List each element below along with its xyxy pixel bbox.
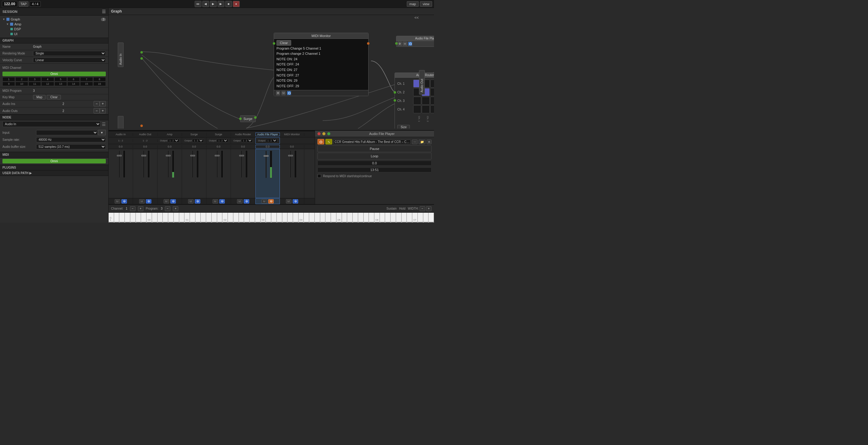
white-key-21[interactable]	[217, 213, 223, 222]
input-select[interactable]	[36, 130, 98, 135]
white-key-44[interactable]	[342, 213, 347, 222]
back-arrows[interactable]: <<	[414, 16, 419, 20]
white-key-1[interactable]: C-1	[108, 213, 114, 222]
channel-increment[interactable]: +	[138, 206, 144, 211]
router-cell-1-3[interactable]	[430, 80, 434, 88]
mute-midi-monitor[interactable]: M	[286, 199, 291, 204]
midi-monitor-in-port[interactable]	[273, 42, 275, 45]
white-key-37[interactable]	[304, 213, 309, 222]
user-data-toggle[interactable]: ▶	[29, 171, 32, 175]
program-decrement[interactable]: −	[165, 206, 170, 211]
width-increment[interactable]: +	[426, 206, 432, 211]
white-key-38[interactable]	[309, 213, 315, 222]
mute-router[interactable]: M	[237, 199, 243, 204]
white-key-26[interactable]	[244, 213, 250, 222]
white-key-13[interactable]	[174, 213, 179, 222]
white-key-7[interactable]	[141, 213, 147, 222]
midi-in-node[interactable]: MIDI In	[118, 116, 124, 128]
ch-4[interactable]: 4	[41, 77, 54, 81]
fader-thumb-7[interactable]	[264, 155, 269, 157]
view-button[interactable]: view	[420, 1, 432, 7]
white-key-47[interactable]	[358, 213, 364, 222]
router-cell-2-3[interactable]	[430, 88, 434, 96]
power-audio-out[interactable]: ⏻	[146, 199, 151, 204]
white-key-23[interactable]	[228, 213, 234, 222]
map-button-graph[interactable]: Map	[33, 95, 45, 99]
afp-power-btn[interactable]: ⏻	[408, 41, 412, 46]
afp-wave-btn[interactable]: ∿	[326, 139, 332, 145]
white-key-43[interactable]: C5	[336, 213, 342, 222]
power-router[interactable]: ⏻	[244, 199, 249, 204]
midi-monitor-clear-button[interactable]: Clear	[277, 40, 291, 46]
tree-item-ui[interactable]: UI	[0, 32, 108, 36]
fader-7[interactable]	[263, 151, 269, 178]
white-key-57[interactable]: C7	[412, 213, 418, 222]
white-key-31[interactable]	[271, 213, 277, 222]
afp-in-port[interactable]	[395, 42, 398, 45]
audio-in-out-port[interactable]	[141, 51, 143, 54]
mute-audio-in[interactable]: M	[115, 199, 120, 204]
mute-afp[interactable]: M	[261, 199, 267, 204]
power-midi-monitor[interactable]: ⏻	[293, 199, 298, 204]
afp-maximize-dot[interactable]	[327, 132, 330, 135]
afp-loop-button[interactable]: Loop	[317, 153, 432, 159]
audio-in-node[interactable]: Audio In	[118, 42, 124, 67]
ch-3[interactable]: 3	[28, 77, 41, 81]
fader-2[interactable]	[141, 150, 147, 178]
white-key-51[interactable]	[380, 213, 385, 222]
width-decrement[interactable]: −	[420, 206, 425, 211]
white-key-30[interactable]	[266, 213, 271, 222]
fader-thumb-1[interactable]	[117, 155, 122, 156]
fader-6[interactable]	[239, 150, 245, 178]
afp-close-dot[interactable]	[317, 132, 320, 135]
midi-omni-bar[interactable]: Omni	[2, 159, 106, 164]
tree-item-dsp[interactable]: DSP	[0, 27, 108, 32]
output-select-surge1[interactable]: 1 - 2	[192, 139, 204, 142]
router-cell-4-2[interactable]	[422, 105, 430, 113]
white-key-53[interactable]	[391, 213, 396, 222]
white-key-11[interactable]	[163, 213, 168, 222]
rewind-button[interactable]: ⏮	[194, 1, 201, 7]
white-key-12[interactable]	[168, 213, 174, 222]
white-key-8[interactable]: C0	[147, 213, 152, 222]
afp-n-btn[interactable]: n	[427, 140, 432, 144]
audio-out-node[interactable]: Audio Out	[419, 70, 425, 95]
velocity-curve-select[interactable]: Linear	[33, 58, 106, 63]
fader-1[interactable]	[116, 150, 122, 178]
white-key-2[interactable]	[114, 213, 120, 222]
white-key-40[interactable]	[320, 213, 326, 222]
afp-folder-btn[interactable]: 📁	[419, 140, 426, 144]
surge-node-1[interactable]: Surge	[240, 115, 256, 122]
audio-ins-decrement[interactable]: −	[94, 101, 100, 107]
ch-5[interactable]: 5	[55, 77, 67, 81]
tree-item-amp[interactable]: ▼ Amp	[0, 22, 108, 27]
white-key-42[interactable]	[331, 213, 336, 222]
white-key-55[interactable]	[402, 213, 407, 222]
router-in-port-1[interactable]	[394, 91, 396, 94]
white-key-35[interactable]	[293, 213, 299, 222]
white-key-27[interactable]	[250, 213, 255, 222]
router-size-button[interactable]: Size	[397, 125, 410, 128]
midi-in-out-port[interactable]	[141, 124, 143, 127]
white-key-34[interactable]	[287, 213, 293, 222]
white-key-18[interactable]	[200, 213, 206, 222]
white-key-36[interactable]: C4	[299, 213, 304, 222]
session-menu-icon[interactable]: ☰	[102, 9, 106, 14]
node-type-select[interactable]: Audio In	[2, 121, 101, 127]
white-key-25[interactable]	[239, 213, 244, 222]
node-menu-icon[interactable]: ☰	[102, 122, 106, 127]
afp-minimize-dot[interactable]	[322, 132, 326, 135]
clear-button-graph[interactable]: Clear	[47, 95, 61, 99]
white-key-59[interactable]	[423, 213, 429, 222]
white-key-60[interactable]	[429, 213, 434, 222]
midi-monitor-m-btn[interactable]: M	[281, 91, 286, 95]
router-cell-4-1[interactable]	[413, 105, 421, 113]
buffer-size-select[interactable]: 512 samples (10.7 ms)	[36, 144, 106, 149]
white-key-49[interactable]	[369, 213, 374, 222]
fader-4[interactable]	[190, 150, 196, 178]
router-cell-3-1[interactable]	[413, 97, 421, 105]
map-button[interactable]: map	[407, 1, 419, 7]
rendering-mode-select[interactable]: Single	[33, 51, 106, 56]
white-key-50[interactable]: C6	[374, 213, 380, 222]
power-surge1[interactable]: ⏻	[195, 199, 200, 204]
